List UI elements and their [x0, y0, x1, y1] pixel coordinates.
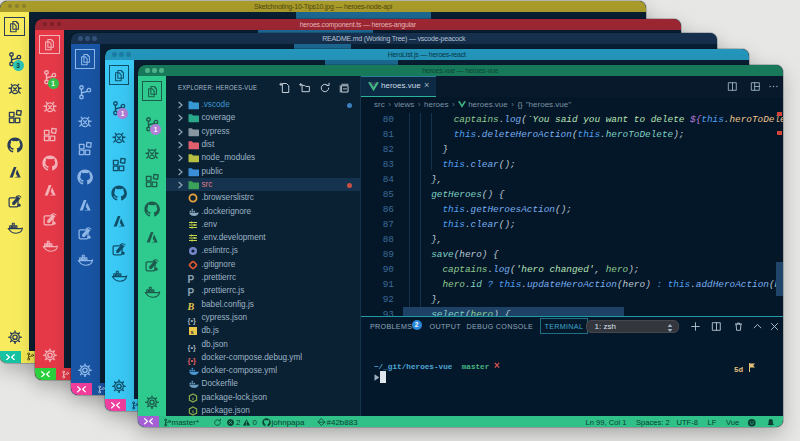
- svg-text:s: s: [190, 329, 193, 335]
